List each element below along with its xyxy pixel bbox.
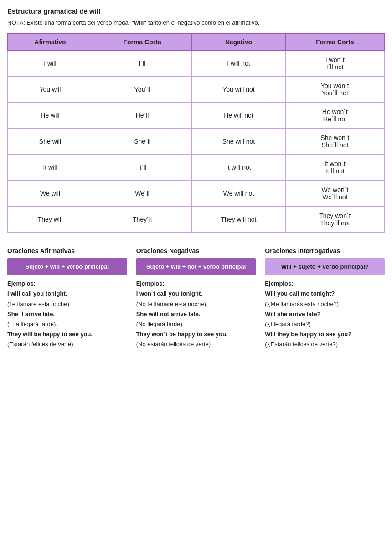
- ejemplo-item: (No te llamaré esta noche).: [136, 300, 256, 308]
- table-cell: They´ll: [93, 207, 191, 233]
- oraciones-interrogativas-title: Oraciones Interrogativas: [265, 247, 385, 255]
- table-cell: You´ll: [93, 77, 191, 103]
- ejemplo-item: They will be happy to see you.: [7, 330, 127, 338]
- grammar-table: AfirmativoForma CortaNegativoForma Corta…: [7, 33, 385, 233]
- table-cell: They won´tThey´ll not: [285, 207, 384, 233]
- table-row: You willYou´llYou will notYou won´tYou´l…: [8, 77, 385, 103]
- table-row: They willThey´llThey will notThey won´tT…: [8, 207, 385, 233]
- oraciones-afirmativas-col: Oraciones Afirmativas Sujeto + will + ve…: [7, 247, 127, 350]
- table-cell: You won´tYou´ll not: [285, 77, 384, 103]
- table-header: Afirmativo: [8, 34, 93, 51]
- nota-suffix: tanto en el negativo como en el afirmati…: [146, 19, 259, 26]
- oraciones-afirmativas-title: Oraciones Afirmativas: [7, 247, 127, 255]
- table-cell: He´ll: [93, 103, 191, 129]
- ejemplo-item: They won´t be happy to see you.: [136, 330, 256, 338]
- table-cell: They will: [8, 207, 93, 233]
- oraciones-negativas-col: Oraciones Negativas Sujeto + will + not …: [136, 247, 256, 350]
- table-cell: He will not: [192, 103, 286, 129]
- oraciones-afirmativas-box: Sujeto + will + verbo principal: [7, 258, 127, 275]
- table-cell: I will: [8, 51, 93, 77]
- ejemplo-item: She´ll arrive late.: [7, 310, 127, 318]
- nota-text: NOTA: Existe una forma corta del verbo m…: [7, 19, 385, 27]
- ejemplo-item: Will she arrive late?: [265, 310, 385, 318]
- ejemplo-item: I won´t call you tonight.: [136, 290, 256, 298]
- oraciones-interrogativas-col: Oraciones Interrogativas Will + sujeto +…: [265, 247, 385, 350]
- ejemplo-item: (¿Llegará tarde?): [265, 320, 385, 328]
- ejemplo-item: I will call you tonight.: [7, 290, 127, 298]
- ejemplo-item: Will you call me tonight?: [265, 290, 385, 298]
- table-cell: I won´tI´ll not: [285, 51, 384, 77]
- ejemplo-item: She will not arrive late.: [136, 310, 256, 318]
- table-cell: He won´tHe´ll not: [285, 103, 384, 129]
- table-cell: We will: [8, 181, 93, 207]
- table-cell: I will not: [192, 51, 286, 77]
- ejemplo-item: (¿Me llamarás esta noche?): [265, 300, 385, 308]
- interrogativas-ejemplos-label: Ejemplos:: [265, 280, 385, 287]
- table-cell: It won´tIt´ll not: [285, 155, 384, 181]
- table-cell: You will not: [192, 77, 286, 103]
- oraciones-interrogativas-box: Will + sujeto + verbo principal?: [265, 258, 385, 275]
- table-cell: She won´tShe´ll not: [285, 129, 384, 155]
- negativas-items: I won´t call you tonight.(No te llamaré …: [136, 290, 256, 348]
- ejemplo-item: (No llegará tarde).: [136, 320, 256, 328]
- negativas-ejemplos-label: Ejemplos:: [136, 280, 256, 287]
- table-row: It willIt´llIt will notIt won´tIt´ll not: [8, 155, 385, 181]
- ejemplo-item: (¿Estarán felices de verte?): [265, 340, 385, 348]
- table-cell: They will not: [192, 207, 286, 233]
- table-header: Forma Corta: [93, 34, 191, 51]
- interrogativas-items: Will you call me tonight?(¿Me llamarás e…: [265, 290, 385, 348]
- oraciones-negativas-title: Oraciones Negativas: [136, 247, 256, 255]
- ejemplo-item: (Te llamaré esta noche).: [7, 300, 127, 308]
- table-cell: She´ll: [93, 129, 191, 155]
- table-cell: We will not: [192, 181, 286, 207]
- table-cell: It will not: [192, 155, 286, 181]
- table-row: We willWe´llWe will notWe won´tWe´ll not: [8, 181, 385, 207]
- ejemplo-item: (Ella llegará tarde).: [7, 320, 127, 328]
- ejemplo-item: Will they be happy to see you?: [265, 330, 385, 338]
- ejemplo-item: (No estarán felices de verte): [136, 340, 256, 348]
- table-cell: She will: [8, 129, 93, 155]
- table-cell: I´ll: [93, 51, 191, 77]
- page-title: Estructura gramatical de will: [7, 7, 385, 15]
- table-header-row: AfirmativoForma CortaNegativoForma Corta: [8, 34, 385, 51]
- table-body: I willI´llI will notI won´tI´ll notYou w…: [8, 51, 385, 233]
- nota-prefix: NOTA: Existe una forma corta del verbo m…: [7, 19, 131, 26]
- table-cell: He will: [8, 103, 93, 129]
- table-cell: You will: [8, 77, 93, 103]
- table-cell: We´ll: [93, 181, 191, 207]
- nota-keyword: "will": [131, 19, 146, 26]
- table-row: She willShe´llShe will notShe won´tShe´l…: [8, 129, 385, 155]
- table-row: I willI´llI will notI won´tI´ll not: [8, 51, 385, 77]
- afirmativas-ejemplos-label: Ejemplos:: [7, 280, 127, 287]
- table-cell: We won´tWe´ll not: [285, 181, 384, 207]
- afirmativas-items: I will call you tonight.(Te llamaré esta…: [7, 290, 127, 348]
- table-row: He willHe´llHe will notHe won´tHe´ll not: [8, 103, 385, 129]
- table-cell: It´ll: [93, 155, 191, 181]
- table-cell: She will not: [192, 129, 286, 155]
- oraciones-negativas-box: Sujeto + will + not + verbo principal: [136, 258, 256, 275]
- table-header: Negativo: [192, 34, 286, 51]
- oraciones-container: Oraciones Afirmativas Sujeto + will + ve…: [7, 247, 385, 350]
- ejemplo-item: (Estarán felices de verte).: [7, 340, 127, 348]
- table-cell: It will: [8, 155, 93, 181]
- table-header: Forma Corta: [285, 34, 384, 51]
